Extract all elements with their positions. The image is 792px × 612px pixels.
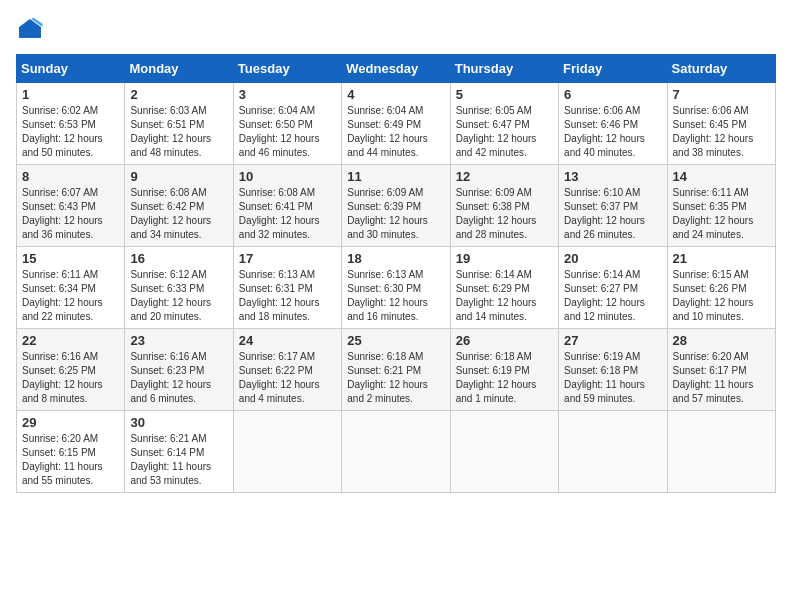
day-number: 27 <box>564 333 661 348</box>
day-info: Sunrise: 6:18 AMSunset: 6:21 PMDaylight:… <box>347 351 428 404</box>
day-info: Sunrise: 6:14 AMSunset: 6:29 PMDaylight:… <box>456 269 537 322</box>
day-number: 17 <box>239 251 336 266</box>
calendar-cell: 28 Sunrise: 6:20 AMSunset: 6:17 PMDaylig… <box>667 329 775 411</box>
day-info: Sunrise: 6:06 AMSunset: 6:45 PMDaylight:… <box>673 105 754 158</box>
day-info: Sunrise: 6:03 AMSunset: 6:51 PMDaylight:… <box>130 105 211 158</box>
day-number: 5 <box>456 87 553 102</box>
day-number: 14 <box>673 169 770 184</box>
day-number: 30 <box>130 415 227 430</box>
day-info: Sunrise: 6:15 AMSunset: 6:26 PMDaylight:… <box>673 269 754 322</box>
day-number: 21 <box>673 251 770 266</box>
calendar-cell: 12 Sunrise: 6:09 AMSunset: 6:38 PMDaylig… <box>450 165 558 247</box>
day-info: Sunrise: 6:19 AMSunset: 6:18 PMDaylight:… <box>564 351 645 404</box>
day-info: Sunrise: 6:18 AMSunset: 6:19 PMDaylight:… <box>456 351 537 404</box>
day-info: Sunrise: 6:06 AMSunset: 6:46 PMDaylight:… <box>564 105 645 158</box>
calendar-cell: 9 Sunrise: 6:08 AMSunset: 6:42 PMDayligh… <box>125 165 233 247</box>
day-number: 7 <box>673 87 770 102</box>
day-info: Sunrise: 6:08 AMSunset: 6:41 PMDaylight:… <box>239 187 320 240</box>
day-number: 26 <box>456 333 553 348</box>
day-number: 20 <box>564 251 661 266</box>
day-info: Sunrise: 6:14 AMSunset: 6:27 PMDaylight:… <box>564 269 645 322</box>
logo-icon <box>16 16 44 44</box>
calendar-cell <box>342 411 450 493</box>
calendar-cell: 18 Sunrise: 6:13 AMSunset: 6:30 PMDaylig… <box>342 247 450 329</box>
col-header-tuesday: Tuesday <box>233 55 341 83</box>
day-number: 3 <box>239 87 336 102</box>
day-number: 28 <box>673 333 770 348</box>
day-number: 4 <box>347 87 444 102</box>
calendar-cell: 30 Sunrise: 6:21 AMSunset: 6:14 PMDaylig… <box>125 411 233 493</box>
calendar-cell: 3 Sunrise: 6:04 AMSunset: 6:50 PMDayligh… <box>233 83 341 165</box>
calendar-cell: 20 Sunrise: 6:14 AMSunset: 6:27 PMDaylig… <box>559 247 667 329</box>
col-header-sunday: Sunday <box>17 55 125 83</box>
day-number: 6 <box>564 87 661 102</box>
calendar-cell: 22 Sunrise: 6:16 AMSunset: 6:25 PMDaylig… <box>17 329 125 411</box>
calendar-cell: 15 Sunrise: 6:11 AMSunset: 6:34 PMDaylig… <box>17 247 125 329</box>
day-number: 15 <box>22 251 119 266</box>
calendar-cell: 11 Sunrise: 6:09 AMSunset: 6:39 PMDaylig… <box>342 165 450 247</box>
day-info: Sunrise: 6:16 AMSunset: 6:25 PMDaylight:… <box>22 351 103 404</box>
day-info: Sunrise: 6:02 AMSunset: 6:53 PMDaylight:… <box>22 105 103 158</box>
day-info: Sunrise: 6:11 AMSunset: 6:34 PMDaylight:… <box>22 269 103 322</box>
day-info: Sunrise: 6:10 AMSunset: 6:37 PMDaylight:… <box>564 187 645 240</box>
calendar-cell: 8 Sunrise: 6:07 AMSunset: 6:43 PMDayligh… <box>17 165 125 247</box>
day-info: Sunrise: 6:21 AMSunset: 6:14 PMDaylight:… <box>130 433 211 486</box>
day-info: Sunrise: 6:12 AMSunset: 6:33 PMDaylight:… <box>130 269 211 322</box>
day-number: 13 <box>564 169 661 184</box>
day-number: 1 <box>22 87 119 102</box>
calendar-cell: 25 Sunrise: 6:18 AMSunset: 6:21 PMDaylig… <box>342 329 450 411</box>
calendar-cell: 5 Sunrise: 6:05 AMSunset: 6:47 PMDayligh… <box>450 83 558 165</box>
calendar-cell: 7 Sunrise: 6:06 AMSunset: 6:45 PMDayligh… <box>667 83 775 165</box>
calendar-cell: 29 Sunrise: 6:20 AMSunset: 6:15 PMDaylig… <box>17 411 125 493</box>
day-info: Sunrise: 6:11 AMSunset: 6:35 PMDaylight:… <box>673 187 754 240</box>
day-number: 18 <box>347 251 444 266</box>
calendar-table: SundayMondayTuesdayWednesdayThursdayFrid… <box>16 54 776 493</box>
calendar-cell: 10 Sunrise: 6:08 AMSunset: 6:41 PMDaylig… <box>233 165 341 247</box>
col-header-monday: Monday <box>125 55 233 83</box>
calendar-cell: 6 Sunrise: 6:06 AMSunset: 6:46 PMDayligh… <box>559 83 667 165</box>
calendar-cell: 17 Sunrise: 6:13 AMSunset: 6:31 PMDaylig… <box>233 247 341 329</box>
day-number: 12 <box>456 169 553 184</box>
day-info: Sunrise: 6:20 AMSunset: 6:17 PMDaylight:… <box>673 351 754 404</box>
day-number: 22 <box>22 333 119 348</box>
day-info: Sunrise: 6:16 AMSunset: 6:23 PMDaylight:… <box>130 351 211 404</box>
day-number: 23 <box>130 333 227 348</box>
calendar-week-2: 8 Sunrise: 6:07 AMSunset: 6:43 PMDayligh… <box>17 165 776 247</box>
calendar-cell: 14 Sunrise: 6:11 AMSunset: 6:35 PMDaylig… <box>667 165 775 247</box>
calendar-cell: 4 Sunrise: 6:04 AMSunset: 6:49 PMDayligh… <box>342 83 450 165</box>
calendar-cell: 19 Sunrise: 6:14 AMSunset: 6:29 PMDaylig… <box>450 247 558 329</box>
day-info: Sunrise: 6:17 AMSunset: 6:22 PMDaylight:… <box>239 351 320 404</box>
calendar-cell <box>667 411 775 493</box>
page-header <box>16 16 776 44</box>
day-info: Sunrise: 6:04 AMSunset: 6:50 PMDaylight:… <box>239 105 320 158</box>
day-info: Sunrise: 6:04 AMSunset: 6:49 PMDaylight:… <box>347 105 428 158</box>
calendar-cell: 24 Sunrise: 6:17 AMSunset: 6:22 PMDaylig… <box>233 329 341 411</box>
day-number: 25 <box>347 333 444 348</box>
col-header-saturday: Saturday <box>667 55 775 83</box>
calendar-cell: 13 Sunrise: 6:10 AMSunset: 6:37 PMDaylig… <box>559 165 667 247</box>
calendar-week-4: 22 Sunrise: 6:16 AMSunset: 6:25 PMDaylig… <box>17 329 776 411</box>
day-number: 11 <box>347 169 444 184</box>
logo <box>16 16 46 44</box>
calendar-cell: 2 Sunrise: 6:03 AMSunset: 6:51 PMDayligh… <box>125 83 233 165</box>
col-header-friday: Friday <box>559 55 667 83</box>
day-info: Sunrise: 6:05 AMSunset: 6:47 PMDaylight:… <box>456 105 537 158</box>
day-info: Sunrise: 6:08 AMSunset: 6:42 PMDaylight:… <box>130 187 211 240</box>
calendar-cell: 1 Sunrise: 6:02 AMSunset: 6:53 PMDayligh… <box>17 83 125 165</box>
calendar-cell: 16 Sunrise: 6:12 AMSunset: 6:33 PMDaylig… <box>125 247 233 329</box>
calendar-cell <box>233 411 341 493</box>
calendar-cell <box>450 411 558 493</box>
calendar-cell: 26 Sunrise: 6:18 AMSunset: 6:19 PMDaylig… <box>450 329 558 411</box>
day-info: Sunrise: 6:09 AMSunset: 6:38 PMDaylight:… <box>456 187 537 240</box>
day-number: 16 <box>130 251 227 266</box>
col-header-thursday: Thursday <box>450 55 558 83</box>
day-number: 8 <box>22 169 119 184</box>
day-info: Sunrise: 6:07 AMSunset: 6:43 PMDaylight:… <box>22 187 103 240</box>
calendar-cell: 23 Sunrise: 6:16 AMSunset: 6:23 PMDaylig… <box>125 329 233 411</box>
day-number: 9 <box>130 169 227 184</box>
day-number: 19 <box>456 251 553 266</box>
day-number: 10 <box>239 169 336 184</box>
day-number: 2 <box>130 87 227 102</box>
day-info: Sunrise: 6:13 AMSunset: 6:31 PMDaylight:… <box>239 269 320 322</box>
calendar-cell <box>559 411 667 493</box>
